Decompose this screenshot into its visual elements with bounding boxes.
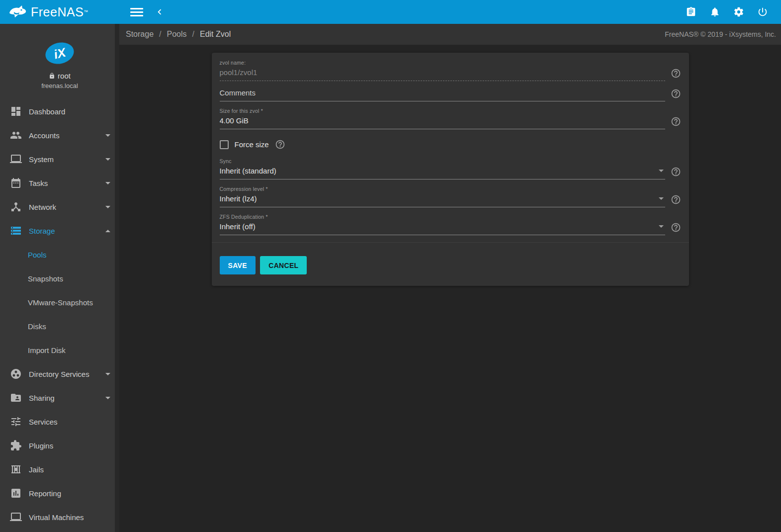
sidebar-item-plugins[interactable]: Plugins: [0, 434, 119, 457]
field-force-size: Force size: [220, 139, 681, 150]
sidebar-item-network[interactable]: Network: [0, 195, 119, 219]
help-icon[interactable]: [671, 167, 681, 177]
sidebar-item-accounts[interactable]: Accounts: [0, 123, 119, 147]
sync-select[interactable]: Inherit (standard): [220, 166, 665, 179]
chevron-down-icon: [659, 225, 664, 228]
tune-icon: [10, 416, 22, 428]
chevron-up-icon: [105, 230, 110, 232]
main-area: Storage / Pools / Edit Zvol FreeNAS® © 2…: [119, 24, 781, 532]
task-list-icon[interactable]: [686, 6, 696, 17]
settings-icon[interactable]: [733, 6, 744, 17]
sidebar-item-jails[interactable]: Jails: [0, 457, 119, 481]
sidebar-item-services[interactable]: Services: [0, 410, 119, 434]
freenas-logo: FreeNAS™: [0, 0, 119, 24]
sidebar-item-pools[interactable]: Pools: [0, 243, 119, 266]
zvol-name-label: zvol name:: [220, 60, 665, 66]
dedup-label: ZFS Deduplication *: [220, 214, 665, 220]
help-icon[interactable]: [671, 222, 681, 233]
puzzle-icon: [10, 440, 22, 451]
help-icon[interactable]: [671, 89, 681, 99]
storage-icon: [10, 225, 22, 237]
sidebar-item-disks[interactable]: Disks: [0, 314, 119, 338]
help-icon[interactable]: [671, 194, 681, 205]
lock-icon: [49, 73, 55, 79]
folder-shared-icon: [10, 392, 22, 404]
size-input[interactable]: [220, 115, 665, 129]
sidebar-item-directory-services[interactable]: Directory Services: [0, 362, 119, 386]
shark-logo-icon: [8, 3, 28, 20]
field-compression: Compression level * Inherit (lz4): [220, 186, 681, 207]
group-work-icon: [10, 368, 22, 380]
laptop-icon: [10, 511, 22, 523]
laptop-icon: [10, 153, 22, 165]
chevron-down-icon: [105, 397, 110, 399]
sidebar-item-virtual-machines[interactable]: Virtual Machines: [0, 505, 119, 529]
user-block: iX root freenas.local: [0, 24, 119, 89]
help-icon[interactable]: [671, 68, 681, 79]
notifications-icon[interactable]: [709, 6, 720, 17]
help-icon[interactable]: [275, 139, 285, 150]
field-zvol-name: zvol name:: [220, 60, 681, 81]
edit-zvol-form-card: zvol name: Size for this zvol *: [212, 53, 689, 286]
zvol-name-input: [220, 67, 665, 81]
chevron-down-icon: [105, 134, 110, 137]
brand-name: FreeNAS: [31, 5, 84, 19]
copyright-text: FreeNAS® © 2019 - iXsystems, Inc.: [665, 30, 776, 38]
breadcrumb-edit-zvol: Edit Zvol: [200, 30, 231, 39]
chevron-down-icon: [105, 158, 110, 161]
size-label: Size for this zvol *: [220, 108, 665, 114]
user-host: freenas.local: [0, 82, 119, 89]
sidebar-item-reporting[interactable]: Reporting: [0, 481, 119, 505]
breadcrumb-storage[interactable]: Storage: [126, 30, 154, 39]
sidebar-item-snapshots[interactable]: Snapshots: [0, 266, 119, 290]
compression-label: Compression level *: [220, 186, 665, 192]
chevron-down-icon: [105, 373, 110, 375]
force-size-checkbox[interactable]: [220, 140, 229, 149]
cancel-button[interactable]: CANCEL: [260, 256, 307, 274]
breadcrumb-bar: Storage / Pools / Edit Zvol FreeNAS® © 2…: [119, 24, 781, 45]
chevron-down-icon: [659, 170, 664, 172]
network-hub-icon: [10, 201, 22, 213]
dedup-select[interactable]: Inherit (off): [220, 221, 665, 235]
topbar-actions: [686, 6, 781, 17]
dashboard-icon: [10, 105, 22, 117]
back-chevron-icon[interactable]: [154, 6, 165, 17]
sidebar-item-system[interactable]: System: [0, 147, 119, 171]
save-button[interactable]: SAVE: [220, 256, 256, 274]
user-name: root: [58, 72, 71, 80]
force-size-label: Force size: [235, 140, 269, 149]
form-actions: SAVE CANCEL: [212, 242, 689, 286]
ix-logo: iX: [43, 40, 76, 67]
field-comments: [220, 88, 681, 101]
brand-trademark: ™: [84, 6, 88, 17]
jail-icon: [10, 463, 22, 475]
breadcrumb: Storage / Pools / Edit Zvol: [126, 30, 231, 39]
sidebar-item-import-disk[interactable]: Import Disk: [0, 338, 119, 362]
comments-input[interactable]: [220, 88, 665, 101]
content-area: zvol name: Size for this zvol *: [119, 45, 781, 532]
sidebar-item-tasks[interactable]: Tasks: [0, 171, 119, 195]
help-icon[interactable]: [671, 116, 681, 127]
sidebar-item-sharing[interactable]: Sharing: [0, 386, 119, 410]
menu-icon[interactable]: [130, 6, 143, 18]
chevron-down-icon: [659, 197, 664, 200]
power-icon[interactable]: [757, 6, 768, 17]
field-dedup: ZFS Deduplication * Inherit (off): [220, 214, 681, 235]
chevron-down-icon: [105, 182, 110, 184]
compression-select[interactable]: Inherit (lz4): [220, 193, 665, 207]
field-sync: Sync Inherit (standard): [220, 158, 681, 179]
sync-label: Sync: [220, 158, 665, 164]
chevron-down-icon: [105, 206, 110, 208]
sidebar-nav: Dashboard Accounts System Tasks Network: [0, 99, 119, 529]
calendar-icon: [10, 177, 22, 189]
people-icon: [10, 129, 22, 141]
sidebar-item-dashboard[interactable]: Dashboard: [0, 99, 119, 123]
sidebar-item-vmware-snapshots[interactable]: VMware-Snapshots: [0, 290, 119, 314]
topbar: FreeNAS™: [0, 0, 781, 24]
bar-chart-icon: [10, 487, 22, 499]
sidebar-item-storage[interactable]: Storage: [0, 219, 119, 243]
field-size: Size for this zvol *: [220, 108, 681, 129]
breadcrumb-pools[interactable]: Pools: [167, 30, 187, 39]
sidebar: iX root freenas.local Dashboard Accounts…: [0, 24, 119, 532]
